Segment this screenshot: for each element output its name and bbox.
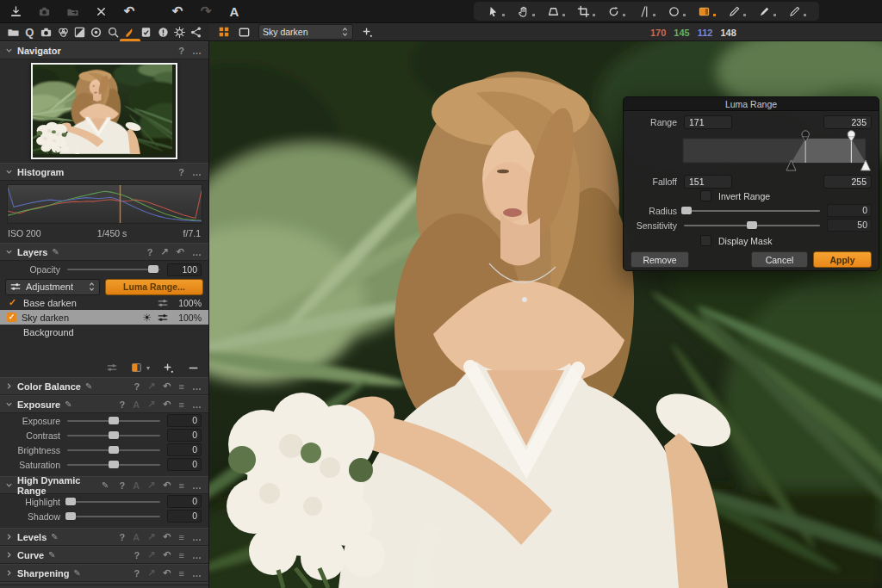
remove-layer-icon[interactable]	[187, 362, 200, 374]
add-layer-icon[interactable]	[361, 26, 374, 39]
auto-icon[interactable]: A	[131, 480, 141, 491]
range-high-field[interactable]: 235	[823, 115, 872, 129]
tab-output[interactable]	[189, 23, 204, 41]
reset-icon[interactable]: ↶	[161, 567, 172, 579]
delete-icon[interactable]	[92, 3, 109, 20]
undo-icon[interactable]: ↶	[169, 3, 186, 20]
contrast-slider[interactable]	[67, 435, 160, 436]
layer-row-base-darken[interactable]: ✓ Base darken 100%	[0, 295, 208, 310]
reset-icon[interactable]: ↶	[161, 531, 172, 542]
slider-handle[interactable]	[109, 461, 119, 468]
cancel-button[interactable]: Cancel	[751, 251, 808, 268]
apply-button[interactable]: Apply	[813, 251, 872, 268]
reset-icon[interactable]: ↶	[161, 549, 172, 560]
copy-adjustments-icon[interactable]: ↗	[146, 381, 157, 392]
layer-select[interactable]: Sky darken	[258, 24, 353, 40]
mask-icon[interactable]	[130, 362, 143, 374]
adjustment-type-select[interactable]: Adjustment	[5, 279, 100, 295]
slider-value[interactable]: 0	[167, 495, 202, 508]
copy-adjustments-icon[interactable]: ↗	[159, 246, 171, 257]
straighten-tool[interactable]	[631, 2, 662, 21]
highlight-slider[interactable]	[67, 501, 160, 503]
layer-check-icon[interactable]: ✓	[7, 297, 18, 308]
presets-icon[interactable]: ≡	[177, 532, 186, 542]
layer-row-background[interactable]: Background	[0, 325, 208, 339]
radius-slider[interactable]	[684, 210, 820, 212]
capture-icon[interactable]	[35, 3, 53, 20]
panel-menu-icon[interactable]: …	[190, 568, 203, 579]
panel-menu-icon[interactable]: …	[190, 399, 203, 410]
help-icon[interactable]: ?	[146, 247, 155, 257]
sensitivity-value[interactable]: 50	[827, 219, 872, 232]
radius-value[interactable]: 0	[827, 204, 872, 217]
pan-tool[interactable]	[511, 2, 541, 21]
presets-icon[interactable]: ≡	[177, 568, 186, 579]
keystone-tool[interactable]	[541, 2, 571, 21]
tab-capture[interactable]	[39, 23, 54, 41]
heal-tool[interactable]	[662, 2, 692, 21]
slider-handle[interactable]	[65, 498, 76, 505]
erase-mask-tool[interactable]	[752, 2, 782, 21]
export-icon[interactable]	[64, 3, 81, 20]
opacity-slider-handle[interactable]	[148, 265, 158, 273]
tab-lens[interactable]	[89, 23, 104, 41]
grid-view-icon[interactable]	[218, 26, 230, 38]
help-icon[interactable]: ?	[177, 46, 186, 56]
panel-header-levels[interactable]: Levels ✎ ? A ↗ ↶ ≡ …	[0, 528, 208, 546]
tab-metadata[interactable]	[139, 23, 154, 41]
panel-menu-icon[interactable]: …	[190, 167, 203, 177]
copy-adjustments-icon[interactable]: ↗	[146, 399, 157, 410]
navigator-thumbnail[interactable]	[31, 63, 177, 159]
reset-icon[interactable]: ↶	[161, 399, 172, 410]
tab-info[interactable]	[155, 23, 171, 41]
help-icon[interactable]: ?	[117, 480, 127, 491]
presets-icon[interactable]: ≡	[177, 480, 186, 491]
panel-menu-icon[interactable]: …	[190, 550, 203, 560]
auto-icon[interactable]: A	[131, 532, 141, 542]
falloff-low-field[interactable]: 151	[684, 175, 732, 189]
redo-icon[interactable]: ↷	[197, 3, 214, 20]
layer-row-sky-darken[interactable]: ✓ Sky darken ☀ 100%	[0, 310, 208, 325]
panel-header-histogram[interactable]: Histogram ? …	[0, 163, 208, 181]
reset-icon[interactable]: ↶	[161, 480, 172, 491]
slider-value[interactable]: 0	[167, 414, 202, 427]
luma-range-button[interactable]: Luma Range...	[105, 279, 203, 295]
exposure-slider[interactable]	[67, 420, 160, 422]
luma-range-graph[interactable]	[624, 130, 879, 173]
reset-icon[interactable]: ↶	[161, 381, 172, 392]
panel-header-curve[interactable]: Curve ✎ ? ↗ ↶ ≡ …	[0, 546, 208, 564]
refine-mask-tool[interactable]	[782, 2, 812, 21]
rotate-tool[interactable]	[601, 2, 631, 21]
auto-icon[interactable]: A	[131, 399, 141, 410]
copy-adjustments-icon[interactable]: ↗	[146, 549, 157, 560]
copy-adjustments-icon[interactable]: ↗	[146, 531, 157, 542]
presets-icon[interactable]: ≡	[177, 550, 186, 560]
add-layer-icon[interactable]	[162, 362, 175, 374]
tab-color[interactable]	[55, 23, 71, 41]
panel-header-exposure[interactable]: Exposure ✎ ? A ↗ ↶ ≡ …	[0, 395, 208, 413]
slider-handle[interactable]	[109, 431, 119, 439]
saturation-slider[interactable]	[67, 464, 160, 466]
import-icon[interactable]	[7, 3, 24, 20]
layer-checkbox[interactable]: ✓	[7, 313, 16, 322]
remove-button[interactable]: Remove	[630, 251, 689, 268]
panel-header-color-balance[interactable]: Color Balance ✎ ? ↗ ↶ ≡ …	[0, 377, 208, 395]
help-icon[interactable]: ?	[132, 550, 141, 560]
presets-icon[interactable]: ≡	[177, 381, 186, 392]
proof-view-icon[interactable]	[238, 26, 251, 39]
slider-value[interactable]: 0	[167, 429, 202, 442]
sliders-icon[interactable]	[106, 362, 118, 374]
draw-mask-tool[interactable]	[722, 2, 752, 21]
help-icon[interactable]: ?	[177, 167, 186, 177]
crop-tool[interactable]	[571, 2, 601, 21]
luma-range-tool[interactable]	[692, 2, 722, 21]
panel-header-navigator[interactable]: Navigator ? …	[0, 41, 208, 59]
auto-adjust-icon[interactable]: A	[226, 3, 243, 20]
select-tool[interactable]	[481, 2, 511, 21]
tab-settings[interactable]	[172, 23, 188, 41]
slider-handle[interactable]	[109, 446, 119, 454]
shadow-slider[interactable]	[67, 516, 160, 517]
panel-header-hdr[interactable]: High Dynamic Range ✎ ? A ↗ ↶ ≡ …	[0, 476, 208, 494]
panel-header-sharpening[interactable]: Sharpening ✎ ? ↗ ↶ ≡ …	[0, 564, 208, 582]
presets-icon[interactable]: ≡	[177, 399, 186, 410]
